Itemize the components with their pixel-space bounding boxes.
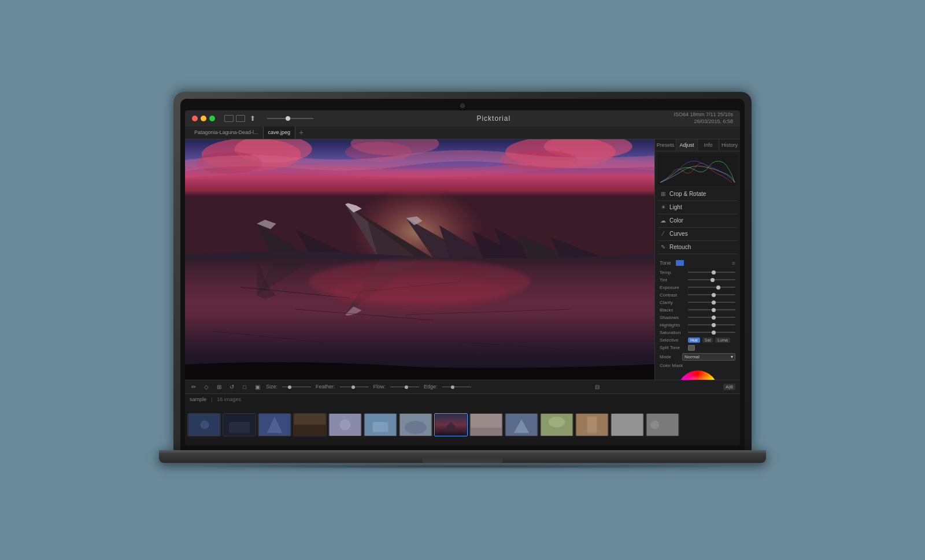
thumb-5[interactable] xyxy=(364,413,397,436)
ab-compare-button[interactable]: A|B xyxy=(723,384,735,390)
hue-button[interactable]: Hue xyxy=(688,338,700,343)
adj-crop-rotate[interactable]: ⊞ Crop & Rotate xyxy=(655,189,740,199)
filmstrip-count: 16 images xyxy=(217,396,241,402)
info-bar: ISO64 18mm 7/11 25/10s 26/03/2015, 6:58 xyxy=(674,112,733,125)
size-slider[interactable] xyxy=(282,387,311,387)
thumb-10[interactable] xyxy=(540,413,574,436)
thumb-1[interactable] xyxy=(223,413,256,436)
zoom-slider[interactable] xyxy=(267,118,313,119)
right-panel: Presets Adjust Info History xyxy=(654,139,740,380)
view-icon-1[interactable] xyxy=(224,115,234,122)
view-icon-2[interactable] xyxy=(236,115,245,122)
thumb-0[interactable] xyxy=(187,413,221,436)
laptop-base xyxy=(159,450,766,463)
screen: ⬆ Picktorial ISO64 18mm 7/11 25/10s 26/0… xyxy=(185,110,740,446)
thumb-4[interactable] xyxy=(328,413,362,436)
slider-shadows: Shadows xyxy=(655,314,740,321)
adj-color[interactable]: ☁ Color xyxy=(655,216,740,226)
adj-curves[interactable]: ∕ Curves xyxy=(655,229,740,239)
adjustments-section: ⊞ Crop & Rotate ☀ Light ☁ xyxy=(655,188,740,257)
tab-add-button[interactable]: + xyxy=(295,128,307,137)
sat-button[interactable]: Sat xyxy=(702,338,713,343)
title-bar-left: ⬆ xyxy=(192,114,313,123)
adj-light[interactable]: ☀ Light xyxy=(655,202,740,213)
app-title: Picktorial xyxy=(476,114,510,123)
rotate-icon[interactable]: ↺ xyxy=(228,383,236,391)
shadows-slider[interactable] xyxy=(688,317,735,318)
grid-icon[interactable]: ⊞ xyxy=(215,383,223,391)
color-wheel[interactable] xyxy=(678,370,718,380)
window-controls xyxy=(192,116,215,121)
tab-bar: Patagonia-Laguna-Dead-l... cave.jpeg + xyxy=(185,127,740,139)
close-button[interactable] xyxy=(192,116,198,121)
minimize-button[interactable] xyxy=(201,116,206,121)
tone-menu-icon[interactable]: ≡ xyxy=(732,260,735,266)
laptop-lid: ⬆ Picktorial ISO64 18mm 7/11 25/10s 26/0… xyxy=(173,92,752,450)
share-icon[interactable]: ⬆ xyxy=(250,114,258,123)
highlights-slider[interactable] xyxy=(688,324,735,325)
feather-slider[interactable] xyxy=(340,387,369,387)
thumb-6[interactable] xyxy=(399,413,432,436)
slider-temp: Temp. xyxy=(655,269,740,276)
slider-highlights: Highlights xyxy=(655,321,740,329)
tone-section: Tone ≡ Temp. xyxy=(655,257,740,380)
thumb-13[interactable] xyxy=(646,413,679,436)
tab-info[interactable]: Info xyxy=(698,139,719,151)
laptop-shadow xyxy=(173,464,752,469)
mode-value: Normal xyxy=(684,354,700,359)
svg-rect-64 xyxy=(611,414,643,436)
blacks-slider[interactable] xyxy=(688,309,735,310)
webcam xyxy=(460,103,465,108)
thumb-8[interactable] xyxy=(469,413,503,436)
exposure-slider[interactable] xyxy=(688,287,735,288)
tab-presets[interactable]: Presets xyxy=(655,139,676,151)
tab-0[interactable]: Patagonia-Laguna-Dead-l... xyxy=(190,127,264,139)
split-tone-box[interactable] xyxy=(688,345,695,351)
thumb-9[interactable] xyxy=(505,413,538,436)
edge-slider[interactable] xyxy=(442,387,471,387)
tone-mode-icon[interactable] xyxy=(676,260,684,266)
clarity-slider[interactable] xyxy=(688,302,735,303)
flow-label: Flow: xyxy=(373,384,386,390)
filmstrip-thumbnails xyxy=(185,405,740,446)
highlights-label: Highlights xyxy=(660,322,686,328)
crop-icon: ⊞ xyxy=(660,191,667,198)
maximize-button[interactable] xyxy=(209,116,215,121)
tab-history[interactable]: History xyxy=(719,139,740,151)
thumb-3[interactable] xyxy=(293,413,327,436)
thumb-12[interactable] xyxy=(610,413,644,436)
color-mask-label: Color Mask xyxy=(660,363,735,368)
thumb-7[interactable] xyxy=(434,413,468,436)
layers-icon[interactable]: ⊟ xyxy=(593,383,601,391)
square-icon[interactable]: □ xyxy=(240,383,249,391)
eraser-icon[interactable]: ◇ xyxy=(202,383,210,391)
retouch-label: Retouch xyxy=(669,244,691,250)
tint-slider[interactable] xyxy=(688,279,735,280)
light-label: Light xyxy=(669,204,682,210)
tab-1[interactable]: cave.jpeg xyxy=(264,127,296,139)
frame-icon[interactable]: ▣ xyxy=(253,383,261,391)
tab-adjust[interactable]: Adjust xyxy=(676,139,698,151)
adj-retouch[interactable]: ✎ Retouch xyxy=(655,242,740,253)
mode-select[interactable]: Normal ▾ xyxy=(682,353,735,361)
contrast-slider[interactable] xyxy=(688,294,735,295)
tone-title: Tone xyxy=(660,260,671,266)
thumb-11[interactable] xyxy=(575,413,609,436)
blacks-label: Blacks xyxy=(660,307,686,313)
brush-icon[interactable]: ✏ xyxy=(190,383,198,391)
luma-button[interactable]: Luma xyxy=(715,338,730,343)
svg-point-66 xyxy=(650,420,659,429)
flow-slider[interactable] xyxy=(390,387,419,387)
temp-slider[interactable] xyxy=(688,272,735,273)
panel-tabs: Presets Adjust Info History xyxy=(655,139,740,151)
edge-label: Edge: xyxy=(424,384,438,390)
slider-saturation: Saturation xyxy=(655,329,740,336)
slider-contrast: Contrast xyxy=(655,291,740,299)
thumb-2[interactable] xyxy=(258,413,291,436)
toolbar-icons xyxy=(224,115,245,122)
svg-rect-62 xyxy=(587,417,597,433)
divider-2 xyxy=(657,214,738,214)
screen-bezel: ⬆ Picktorial ISO64 18mm 7/11 25/10s 26/0… xyxy=(180,99,745,450)
crop-label: Crop & Rotate xyxy=(669,191,706,197)
saturation-slider[interactable] xyxy=(688,332,735,333)
